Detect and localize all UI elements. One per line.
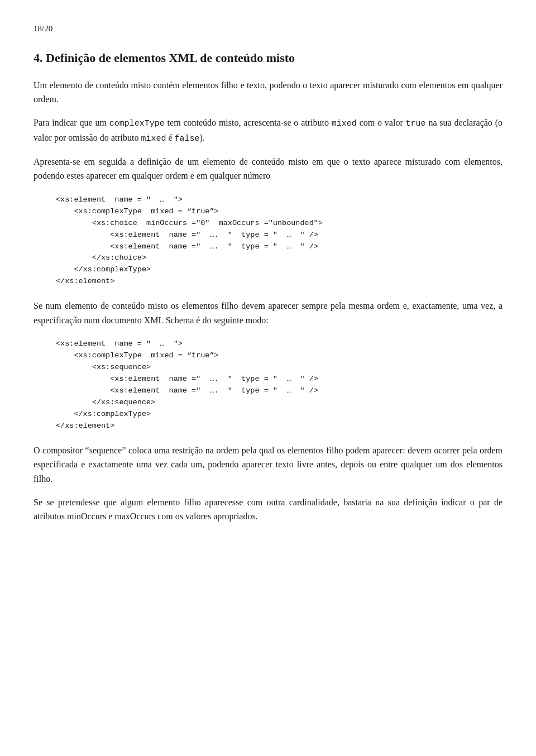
p2-code-4: mixed — [141, 134, 166, 143]
p2-text-5: é — [166, 133, 174, 142]
page-title: 4. Definição de elementos XML de conteúd… — [34, 49, 502, 67]
p2-code-5: false — [175, 134, 200, 143]
paragraph-6: Se se pretendesse que algum elemento fil… — [34, 495, 502, 524]
code-block-2: <xs:element name = " … "> <xs:complexTyp… — [56, 338, 502, 432]
p2-text-2: tem conteúdo misto, acrescenta-se o atri… — [165, 118, 332, 127]
p2-text-6: ). — [200, 133, 205, 142]
p2-code-1: complexType — [109, 119, 165, 128]
code-block-1: <xs:element name = " … "> <xs:complexTyp… — [56, 194, 502, 288]
paragraph-1: Um elemento de conteúdo misto contém ele… — [34, 78, 502, 107]
p2-text-3: com o valor — [357, 118, 406, 127]
page-number: 18/20 — [34, 22, 502, 35]
p2-code-3: true — [406, 119, 426, 128]
paragraph-3: Apresenta-se em seguida a definição de u… — [34, 155, 502, 183]
paragraph-2: Para indicar que um complexType tem cont… — [34, 116, 502, 146]
paragraph-5: O compositor “sequence” coloca uma restr… — [34, 443, 502, 486]
p2-code-2: mixed — [332, 119, 357, 128]
p2-text-1: Para indicar que um — [34, 118, 109, 127]
paragraph-4: Se num elemento de conteúdo misto os ele… — [34, 299, 502, 327]
